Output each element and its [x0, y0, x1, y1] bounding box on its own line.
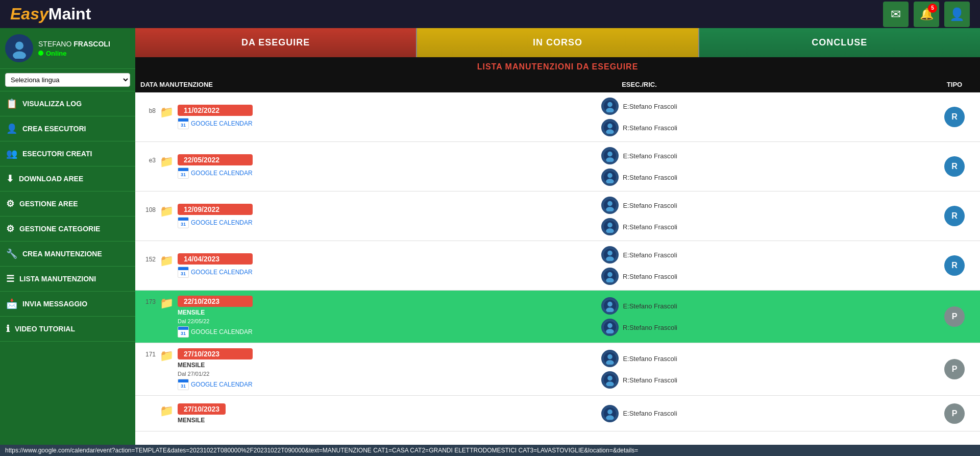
- recipient-avatar: [601, 319, 619, 336]
- gcal-link[interactable]: 31 GOOGLE CALENDAR: [178, 326, 253, 338]
- sidebar-item-gestione-aree[interactable]: ⚙ GESTIONE AREE: [0, 191, 135, 217]
- gcal-link[interactable]: 31 GOOGLE CALENDAR: [178, 217, 253, 228]
- tipo-badge[interactable]: R: [944, 156, 965, 177]
- row-right: R: [934, 156, 975, 177]
- executor-name: E:Stefano Frascoli: [623, 410, 677, 417]
- user-status: Online: [38, 50, 130, 57]
- executor-name: E:Stefano Frascoli: [623, 355, 677, 363]
- gcal-label: GOOGLE CALENDAR: [191, 381, 253, 388]
- sidebar-item-crea-esecutori[interactable]: 👤 CREA ESECUTORI: [0, 116, 135, 141]
- row-center: E:Stefano Frascoli R:Stefano Frascoli: [345, 297, 934, 336]
- recipient-row: R:Stefano Frascoli: [601, 319, 677, 336]
- svg-point-1: [15, 41, 23, 50]
- executor-avatar: [601, 297, 619, 315]
- svg-point-40: [608, 409, 613, 414]
- svg-point-10: [608, 152, 613, 157]
- main-layout: STEFANO FRASCOLI Online Seleziona lingua…: [0, 28, 980, 456]
- row-right: R: [934, 206, 975, 226]
- svg-point-19: [607, 223, 612, 228]
- logo: Easy Maint: [10, 5, 91, 23]
- recipient-avatar: [601, 218, 619, 235]
- dal-label: Dal 22/05/22: [178, 318, 253, 324]
- tipo-badge[interactable]: P: [944, 306, 965, 327]
- status-url: https://www.google.com/calendar/event?ac…: [5, 447, 638, 454]
- table-row: e3 📁 22/05/2022 31 GOOGLE CALENDAR: [135, 142, 980, 191]
- tipo-badge[interactable]: P: [944, 403, 965, 424]
- sidebar-item-crea-manutenzione[interactable]: 🔧 CREA MANUTENZIONE: [0, 242, 135, 267]
- tipo-badge[interactable]: R: [944, 206, 965, 226]
- tipo-badge[interactable]: R: [944, 255, 965, 276]
- row-id: 171: [140, 348, 156, 358]
- date-badge: 14/04/2023: [178, 253, 253, 265]
- tab-da-eseguire[interactable]: DA ESEGUIRE: [135, 28, 417, 57]
- tabs-bar: DA ESEGUIRE IN CORSO CONCLUSE: [135, 28, 980, 57]
- gcal-icon: 31: [178, 118, 189, 129]
- svg-point-7: [607, 124, 612, 129]
- lista-icon: ☰: [6, 273, 14, 284]
- row-left: 152 📁 14/04/2023 31 GOOGLE CALENDAR: [140, 253, 345, 278]
- mail-button[interactable]: ✉: [883, 2, 909, 27]
- row-right: P: [934, 306, 975, 327]
- esecutori-creati-icon: 👥: [6, 148, 17, 159]
- sidebar-item-label: VIDEO TUTORIAL: [15, 325, 75, 333]
- sidebar-item-video-tutorial[interactable]: ℹ VIDEO TUTORIAL: [0, 317, 135, 342]
- gcal-label: GOOGLE CALENDAR: [191, 120, 253, 127]
- tab-in-corso[interactable]: IN CORSO: [417, 28, 699, 57]
- row-left: 171 📁 27/10/2023 MENSILE Dal 27/01/22 31…: [140, 348, 345, 390]
- gcal-icon: 31: [178, 167, 189, 179]
- sidebar-item-label: DOWNLOAD AREE: [19, 175, 83, 183]
- gcal-icon: 31: [178, 267, 189, 278]
- sidebar-item-invia-messaggio[interactable]: 📩 INVIA MESSAGGIO: [0, 292, 135, 317]
- gcal-icon: 31: [178, 326, 189, 338]
- sidebar-item-gestione-categorie[interactable]: ⚙ GESTIONE CATEGORIE: [0, 217, 135, 242]
- row-id: 173: [140, 296, 156, 305]
- gcal-link[interactable]: 31 GOOGLE CALENDAR: [178, 167, 253, 179]
- sidebar-item-download-aree[interactable]: ⬇ DOWNLOAD AREE: [0, 166, 135, 191]
- folder-icon: 📁: [160, 106, 174, 119]
- sidebar-item-label: CREA MANUTENZIONE: [22, 250, 102, 258]
- lang-selector: Seleziona lingua: [0, 69, 135, 91]
- row-left: b8 📁 11/02/2022 31 GOOGLE CALENDAR: [140, 105, 345, 129]
- sidebar-item-lista-manutenzioni[interactable]: ☰ LISTA MANUTENZIONI: [0, 267, 135, 292]
- tipo-badge[interactable]: R: [944, 107, 965, 127]
- row-left: 📁 27/10/2023 MENSILE: [140, 403, 345, 424]
- svg-point-4: [608, 102, 613, 107]
- gcal-link[interactable]: 31 GOOGLE CALENDAR: [178, 118, 253, 129]
- recipient-row: R:Stefano Frascoli: [601, 119, 677, 136]
- svg-point-25: [607, 272, 612, 277]
- tipo-badge[interactable]: P: [944, 359, 965, 379]
- user-button[interactable]: 👤: [944, 2, 970, 27]
- sidebar-item-esecutori-creati[interactable]: 👥 ESECUTORI CREATI: [0, 141, 135, 166]
- recipient-name: R:Stefano Frascoli: [623, 376, 677, 384]
- sidebar-item-visualizza-log[interactable]: 📋 VISUALIZZA LOG: [0, 91, 135, 116]
- recipient-avatar: [601, 371, 619, 389]
- executor-row: E:Stefano Frascoli: [601, 147, 677, 164]
- gcal-icon: 31: [178, 379, 189, 390]
- lista-title: LISTA MANUTENZIONI DA ESEGUIRE: [135, 57, 980, 77]
- row-center: E:Stefano Frascoli R:Stefano Frascoli: [345, 197, 934, 235]
- language-select[interactable]: Seleziona lingua: [5, 73, 130, 87]
- gestione-cat-icon: ⚙: [6, 223, 14, 234]
- crea-maint-icon: 🔧: [6, 248, 17, 259]
- mensile-label: MENSILE: [178, 362, 253, 369]
- row-right: P: [934, 403, 975, 424]
- gcal-link[interactable]: 31 GOOGLE CALENDAR: [178, 267, 253, 278]
- sidebar-item-label: GESTIONE AREE: [19, 200, 78, 208]
- tab-concluse[interactable]: CONCLUSE: [699, 28, 980, 57]
- folder-icon: 📁: [160, 297, 174, 310]
- col-esec: ESEC./RIC.: [345, 81, 934, 88]
- row-id: [140, 403, 156, 406]
- executor-row: E:Stefano Frascoli: [601, 98, 677, 115]
- executor-avatar: [601, 246, 619, 263]
- table-row: 📁 27/10/2023 MENSILE: [135, 396, 980, 431]
- mensile-label: MENSILE: [178, 417, 226, 424]
- recipient-row: R:Stefano Frascoli: [601, 218, 677, 235]
- download-icon: ⬇: [6, 173, 14, 184]
- gcal-label: GOOGLE CALENDAR: [191, 219, 253, 226]
- executor-row: E:Stefano Frascoli: [601, 350, 677, 367]
- recipient-row: R:Stefano Frascoli: [601, 169, 677, 186]
- bell-button[interactable]: 🔔 5: [914, 2, 939, 27]
- topbar: Easy Maint ✉ 🔔 5 👤: [0, 0, 980, 28]
- recipient-name: R:Stefano Frascoli: [623, 174, 677, 181]
- gcal-link[interactable]: 31 GOOGLE CALENDAR: [178, 379, 253, 390]
